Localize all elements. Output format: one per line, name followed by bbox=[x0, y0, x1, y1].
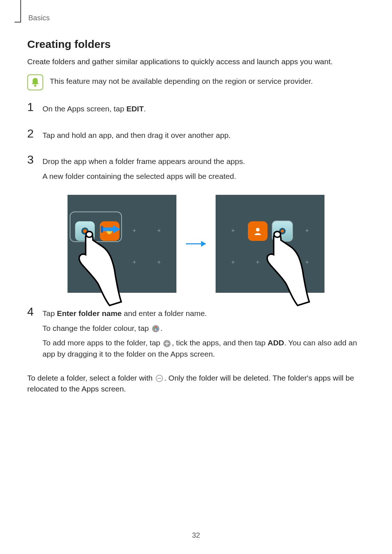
step-text: and enter a folder name. bbox=[122, 309, 207, 317]
empty-slot-icon: + bbox=[132, 227, 136, 235]
step-body: Tap and hold an app, and then drag it ov… bbox=[42, 128, 365, 144]
page-content: Creating folders Create folders and gath… bbox=[27, 0, 365, 395]
steps-list-continued: 4 Tap Enter folder name and enter a fold… bbox=[27, 306, 365, 363]
steps-list: 1 On the Apps screen, tap EDIT. 2 Tap an… bbox=[27, 101, 365, 185]
step-body: Drop the app when a folder frame appears… bbox=[42, 154, 365, 185]
svg-rect-3 bbox=[102, 227, 113, 231]
step-text: On the Apps screen, tap bbox=[42, 104, 126, 113]
closing-paragraph: To delete a folder, select a folder with… bbox=[27, 373, 365, 395]
empty-slot-icon: + bbox=[132, 259, 136, 266]
step-body: On the Apps screen, tap EDIT. bbox=[42, 101, 365, 118]
section-title: Creating folders bbox=[27, 38, 365, 50]
step-text: To add more apps to the folder, tap bbox=[42, 338, 162, 347]
screen-after: + + + + + + bbox=[216, 195, 324, 293]
empty-slot-icon: + bbox=[231, 227, 235, 235]
camera-app-icon bbox=[75, 221, 95, 241]
step-number: 4 bbox=[27, 306, 36, 317]
step-text: . bbox=[144, 104, 146, 113]
empty-slot-icon: + bbox=[157, 227, 161, 235]
empty-slot-icon: + bbox=[305, 227, 309, 235]
svg-point-16 bbox=[156, 328, 158, 330]
svg-point-14 bbox=[154, 327, 155, 329]
step-4: 4 Tap Enter folder name and enter a fold… bbox=[27, 306, 365, 363]
empty-slot-icon: + bbox=[83, 259, 87, 266]
enter-folder-name-label: Enter folder name bbox=[57, 309, 122, 317]
folder-icon bbox=[272, 221, 293, 242]
empty-slot-icon: + bbox=[157, 259, 161, 266]
svg-rect-19 bbox=[165, 343, 169, 344]
step-text: To change the folder colour, tap bbox=[42, 324, 151, 332]
closing-text: To delete a folder, select a folder with bbox=[27, 374, 155, 382]
svg-point-0 bbox=[34, 85, 36, 87]
svg-point-15 bbox=[155, 327, 157, 328]
step-1: 1 On the Apps screen, tap EDIT. bbox=[27, 101, 365, 118]
figure-row: + + + + + + bbox=[27, 195, 365, 293]
remove-icon bbox=[155, 374, 163, 382]
svg-marker-4 bbox=[113, 225, 121, 233]
intro-paragraph: Create folders and gather similar applic… bbox=[27, 56, 365, 67]
note-callout: This feature may not be available depend… bbox=[27, 74, 365, 90]
note-icon-box bbox=[27, 74, 43, 90]
svg-point-9 bbox=[256, 228, 260, 231]
empty-slot-icon: + bbox=[305, 259, 309, 266]
step-2: 2 Tap and hold an app, and then drag it … bbox=[27, 128, 365, 144]
page-tab-mark bbox=[15, 0, 21, 22]
step-text: Tap and hold an app, and then drag it ov… bbox=[42, 130, 365, 141]
palette-icon bbox=[152, 325, 160, 333]
contacts-app-icon bbox=[248, 221, 268, 241]
screen-before: + + + + + + bbox=[68, 195, 176, 293]
svg-rect-5 bbox=[101, 226, 103, 233]
manual-page: Basics Creating folders Create folders a… bbox=[0, 0, 392, 554]
empty-slot-icon: + bbox=[256, 259, 260, 266]
step-number: 2 bbox=[27, 128, 36, 139]
add-label: ADD bbox=[268, 338, 284, 347]
note-text: This feature may not be available depend… bbox=[50, 74, 313, 87]
bell-icon bbox=[30, 77, 40, 87]
step-text: Tap bbox=[42, 309, 57, 317]
running-head: Basics bbox=[28, 14, 50, 22]
svg-point-11 bbox=[281, 230, 284, 233]
step-text: , tick the apps, and then tap bbox=[172, 338, 268, 347]
step-text: Drop the app when a folder frame appears… bbox=[42, 156, 365, 167]
step-body: Tap Enter folder name and enter a folder… bbox=[42, 306, 365, 363]
step-text: A new folder containing the selected app… bbox=[42, 171, 365, 182]
svg-rect-21 bbox=[158, 378, 161, 379]
transition-arrow-icon bbox=[185, 239, 207, 248]
empty-slot-icon: + bbox=[108, 259, 112, 266]
step-number: 1 bbox=[27, 101, 36, 113]
step-text: . bbox=[160, 324, 163, 332]
edit-label: EDIT bbox=[126, 104, 144, 113]
step-number: 3 bbox=[27, 154, 36, 165]
drag-arrow-icon bbox=[101, 224, 123, 235]
empty-slot-icon: + bbox=[231, 259, 235, 266]
empty-slot-icon: + bbox=[281, 259, 285, 266]
svg-point-2 bbox=[83, 229, 87, 233]
svg-marker-8 bbox=[201, 241, 206, 247]
add-icon bbox=[163, 340, 171, 348]
app-grid: + + + + + + bbox=[221, 215, 319, 278]
page-number: 32 bbox=[0, 531, 392, 539]
step-3: 3 Drop the app when a folder frame appea… bbox=[27, 154, 365, 185]
